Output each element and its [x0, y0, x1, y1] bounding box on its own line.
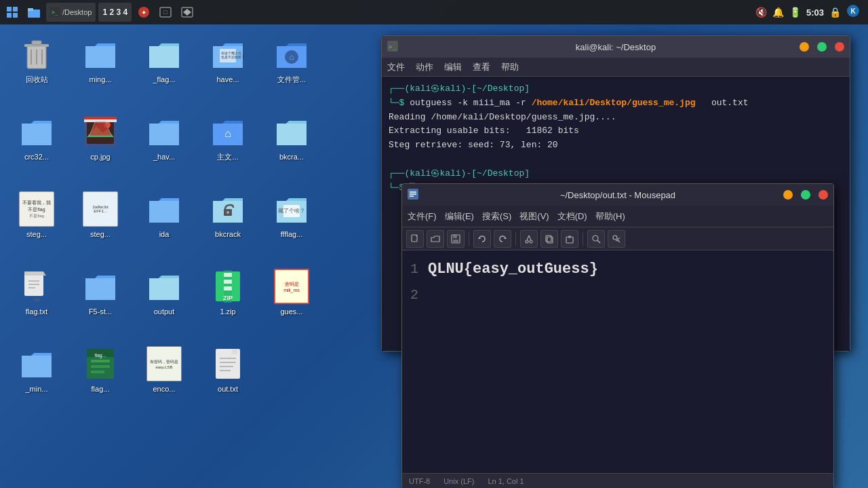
desktop-icon-ming[interactable]: ming...	[71, 31, 130, 99]
svg-text:>_: >_	[52, 10, 58, 16]
toolbar-open-button[interactable]	[427, 230, 444, 248]
mousepad-menu-file[interactable]: 文件(F)	[408, 210, 437, 223]
svg-text:⌂: ⌂	[224, 128, 231, 139]
desktop-icon-bkcrack[interactable]: bkcrack	[198, 186, 258, 254]
desktop-icon-steg1[interactable]: 不要看我，我不是flag不是flag steg...	[7, 186, 66, 254]
svg-point-76	[530, 240, 532, 243]
taskbar-icon-filemanager[interactable]	[24, 3, 43, 22]
mousepad-menu-edit[interactable]: 编辑(E)	[445, 210, 474, 223]
taskbar-icon-app6[interactable]	[178, 3, 197, 22]
toolbar-new-button[interactable]	[406, 230, 424, 248]
toolbar-copy-button[interactable]	[540, 230, 558, 248]
toolbar-replace-button[interactable]	[608, 230, 625, 248]
svg-rect-17	[32, 41, 41, 45]
desktop-icon-trash[interactable]: 回收站	[7, 31, 66, 99]
desktop-icon-ida[interactable]: ida	[134, 186, 194, 254]
toolbar-search-button[interactable]	[587, 230, 605, 248]
terminal-menu-file[interactable]: 文件	[387, 61, 405, 73]
terminal-menu-help[interactable]: 帮助	[501, 61, 519, 73]
svg-text:□: □	[163, 9, 167, 16]
icon-label-outtxt: out.txt	[218, 384, 238, 394]
taskbar-icon-red[interactable]: ✦	[134, 3, 153, 22]
desktop-icon-steg2[interactable]: 2a9bc3dEFF1... steg...	[71, 186, 130, 254]
icon-label-ffflag: ffflag...	[281, 229, 303, 239]
icon-label-gues: gues...	[280, 307, 302, 316]
icon-label-steg1: steg...	[26, 229, 47, 239]
desktop-icon-crc32[interactable]: crc32...	[7, 109, 66, 176]
desktop-icon-zip1[interactable]: ZIP 1.zip	[198, 263, 258, 331]
status-position: Ln 1, Col 1	[488, 477, 524, 485]
taskbar-icon-terminal2[interactable]: □	[156, 3, 175, 22]
desktop-icon-gues[interactable]: 密码是miii_ms gues...	[262, 263, 321, 331]
desktop-icon-cpjpg[interactable]: cp.jpg	[71, 109, 130, 176]
icon-label-main: 主文...	[217, 152, 238, 162]
taskbar-icon-0[interactable]	[3, 3, 22, 22]
desktop-icon-flagtxt[interactable]: txt flag.txt	[7, 263, 66, 331]
desktop-icon-bkcra[interactable]: bkcra...	[262, 109, 321, 176]
desktop-icon-have[interactable]: 你这个嘴少点， 也是不定能有了 have...	[198, 31, 258, 99]
mousepad-window: ~/Desktop/out.txt - Mousepad 文件(F) 编辑(E)…	[401, 183, 834, 488]
line-number-2: 2	[410, 283, 418, 307]
icon-label-cpjpg: cp.jpg	[90, 152, 110, 162]
desktop-icon-outtxt[interactable]: out.txt	[198, 341, 258, 409]
mousepad-menu-doc[interactable]: 文档(D)	[557, 210, 587, 223]
mousepad-editor[interactable]: 1 QLNU{easy_outGuess} 2	[402, 250, 833, 473]
editor-content-1: QLNU{easy_outGuess}	[428, 256, 598, 283]
terminal-maximize-button[interactable]	[817, 42, 827, 52]
svg-rect-40	[24, 271, 43, 276]
terminal-titlebar: >_ kali@kali: ~/Desktop	[382, 36, 850, 58]
svg-line-84	[597, 240, 600, 243]
taskbar-battery-icon[interactable]: 🔋	[789, 7, 801, 18]
line-number-1: 1	[410, 257, 418, 282]
svg-line-78	[529, 236, 531, 240]
icon-label-flagtxt: flag.txt	[26, 307, 47, 316]
desktop-icon-main[interactable]: ⌂ 主文...	[198, 109, 258, 176]
mousepad-title: ~/Desktop/out.txt - Mousepad	[560, 190, 675, 200]
mousepad-menu-search[interactable]: 搜索(S)	[482, 210, 511, 223]
taskbar-notify-icon[interactable]: 🔔	[772, 7, 784, 18]
toolbar-paste-button[interactable]	[561, 230, 578, 248]
icon-label-flagx: flag...	[92, 384, 110, 394]
desktop-icon-output[interactable]: output	[134, 263, 194, 331]
status-line-ending: Unix (LF)	[443, 477, 474, 485]
taskbar-app-numbers[interactable]: 1 2 3 4	[98, 3, 132, 22]
desktop-icon-hav2[interactable]: _hav...	[134, 109, 194, 176]
taskbar-lock-icon[interactable]: 🔒	[829, 7, 841, 18]
taskbar-mute-icon[interactable]: 🔇	[755, 7, 767, 18]
mousepad-maximize-button[interactable]	[801, 190, 810, 200]
desktop-icon-f5st[interactable]: F5-st...	[71, 263, 130, 331]
terminal-window-buttons	[800, 42, 844, 52]
toolbar-redo-button[interactable]	[494, 230, 511, 248]
terminal-menu-view[interactable]: 查看	[473, 61, 490, 73]
terminal-menu-edit[interactable]: 编辑	[444, 61, 462, 73]
terminal-menu-action[interactable]: 动作	[416, 61, 433, 73]
status-encoding: UTF-8	[409, 477, 430, 485]
taskbar-kali-icon[interactable]: K	[846, 4, 860, 20]
taskbar-left: >_ /Desktop 1 2 3 4 ✦ □	[3, 3, 197, 22]
taskbar-app-terminal[interactable]: >_ /Desktop	[46, 3, 96, 22]
terminal-close-button[interactable]	[835, 42, 844, 52]
svg-text:藏了个啥？: 藏了个啥？	[278, 208, 305, 214]
svg-rect-3	[13, 13, 18, 18]
icon-label-zip1: 1.zip	[220, 307, 235, 316]
desktop-icon-ffflag[interactable]: 藏了个啥？ ffflag...	[262, 186, 321, 254]
terminal-minimize-button[interactable]	[800, 42, 809, 52]
svg-text:txt: txt	[34, 297, 40, 303]
mousepad-menu-view[interactable]: 视图(V)	[519, 210, 549, 223]
desktop-icon-filemanager[interactable]: ⌂ 文件管...	[262, 31, 321, 99]
toolbar-undo-button[interactable]	[473, 230, 491, 248]
toolbar-cut-button[interactable]	[520, 230, 538, 248]
mousepad-menu-help[interactable]: 帮助(H)	[595, 210, 625, 223]
desktop-icon-min2[interactable]: _min...	[7, 341, 66, 409]
svg-rect-31	[84, 119, 117, 122]
mousepad-minimize-button[interactable]	[783, 190, 793, 200]
svg-rect-79	[547, 237, 553, 243]
desktop-icon-flag1[interactable]: _flag...	[134, 31, 194, 99]
desktop-icon-enco[interactable]: 有密码，密码是easy.LSB enco...	[134, 341, 194, 409]
desktop-icon-flagx[interactable]: flag... flag...	[71, 341, 130, 409]
mousepad-close-button[interactable]	[818, 190, 828, 200]
toolbar-save-button[interactable]	[447, 230, 465, 248]
mousepad-menubar: 文件(F) 编辑(E) 搜索(S) 视图(V) 文档(D) 帮助(H)	[402, 206, 833, 227]
svg-text:⌂: ⌂	[289, 52, 294, 62]
svg-rect-80	[546, 236, 551, 242]
